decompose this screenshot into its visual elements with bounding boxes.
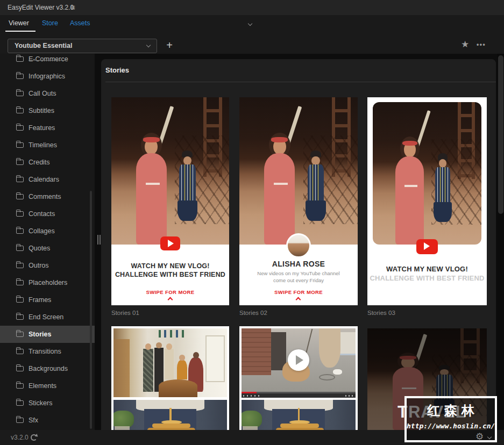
jar-shape [115, 426, 129, 430]
sidebar-item-comments[interactable]: Comments [0, 188, 95, 205]
sidebar-item-calendars[interactable]: Calendars [0, 171, 95, 188]
youtube-play-icon[interactable] [160, 236, 180, 250]
sidebar-item-collages[interactable]: Collages [0, 223, 95, 240]
skirt-shape [178, 200, 197, 221]
preset-select[interactable]: Youtube Essential [8, 39, 157, 53]
gear-icon[interactable]: ⚙ [475, 431, 484, 442]
belt-shape [402, 387, 416, 389]
sidebar-item-stickers[interactable]: Stickers [0, 394, 95, 412]
sidebar-scrollbar[interactable] [90, 191, 92, 429]
brick-wall-shape [242, 328, 271, 375]
template-card-stories-04[interactable] [111, 326, 229, 430]
story-author-name: ALISHA ROSE [239, 260, 358, 268]
sidebar-item-contacts[interactable]: Contacts [0, 205, 95, 223]
sidebar-item-backgrounds[interactable]: Backgrounds [0, 360, 95, 377]
section-title: Stories [105, 66, 129, 74]
panel-resize-handle[interactable] [97, 235, 98, 245]
pink-dress-shape [136, 153, 167, 245]
swipe-for-more-label: SWIPE FOR MORE [239, 289, 358, 295]
table-shape [159, 379, 197, 397]
folder-icon [16, 383, 24, 389]
sidebar-item-timelines[interactable]: Timelines [0, 137, 95, 154]
tab-store[interactable]: Store [42, 15, 58, 31]
add-preset-button[interactable]: + [163, 38, 176, 53]
sidebar-item-features[interactable]: Features [0, 119, 95, 137]
headband-shape [271, 137, 288, 142]
video-player-bar[interactable] [242, 392, 356, 398]
person-shape [165, 349, 174, 379]
window-title: EasyEdit Viewer v3.2.0 [8, 0, 74, 15]
sidebar-item-elements[interactable]: Elements [0, 377, 95, 394]
more-options-icon[interactable]: ••• [477, 41, 486, 48]
sidebar-item-outros[interactable]: Outros [0, 257, 95, 274]
headband-shape [402, 141, 417, 146]
template-card-stories-01[interactable]: WATCH MY NEW VLOG! CHALLENGE WITH BEST F… [111, 97, 229, 305]
sidebar-item-sfx[interactable]: Sfx [0, 412, 95, 429]
main-scrollbar[interactable] [498, 55, 503, 214]
sidebar-item-subtitles[interactable]: Subtitles [0, 102, 95, 119]
folder-icon [16, 194, 24, 199]
title-bar: EasyEdit Viewer v3.2.0 ≡ [0, 0, 504, 15]
sidebar-item-frames[interactable]: Frames [0, 291, 95, 308]
tab-assets[interactable]: Assets [70, 15, 90, 31]
hoop-shape [319, 374, 335, 381]
tab-viewer[interactable]: Viewer [9, 15, 29, 31]
youtube-play-icon[interactable] [416, 239, 438, 254]
hamburger-menu-icon[interactable]: ≡ [70, 3, 75, 12]
sidebar-item-transitions[interactable]: Transitions [0, 343, 95, 360]
second-face-shape [311, 156, 320, 165]
card-label: Stories 03 [367, 310, 395, 316]
headband-shape [400, 356, 416, 360]
folder-icon [16, 160, 24, 165]
story-photo [239, 97, 358, 245]
sidebar-item-infographics[interactable]: Infographics [0, 68, 95, 85]
card-label: Stories 02 [239, 310, 267, 316]
skirt-shape [306, 200, 325, 221]
sidebar-item-call-outs[interactable]: Call Outs [0, 85, 95, 102]
story-title: WATCH MY NEW VLOG! CHALLENGE WITH BEST F… [367, 265, 487, 283]
striped-shirt-shape [308, 164, 324, 203]
category-list: E-Commerce Infographics Call Outs Subtit… [0, 54, 95, 429]
player-controls-left [243, 395, 261, 397]
category-sidebar: E-Commerce Infographics Call Outs Subtit… [0, 54, 95, 430]
avatar [286, 233, 311, 258]
story-photo [242, 328, 356, 392]
walker-skirt-shape [319, 328, 340, 368]
template-card-stories-05[interactable] [239, 326, 358, 430]
favorite-star-icon[interactable]: ★ [461, 39, 469, 50]
skirt-shape [434, 202, 452, 222]
play-circle-icon[interactable] [288, 349, 309, 371]
folder-icon [16, 125, 24, 131]
story-photo [113, 328, 227, 397]
sidebar-item-end-screen[interactable]: End Screen [0, 308, 95, 326]
preset-select-value: Youtube Essential [15, 39, 72, 53]
swipe-for-more-label: SWIPE FOR MORE [111, 289, 229, 295]
folder-icon [16, 418, 24, 423]
window-shape [205, 335, 225, 382]
head-shape [145, 343, 151, 350]
active-tab-underline [5, 31, 36, 32]
headband-shape [143, 137, 160, 142]
sidebar-item-quotes[interactable]: Quotes [0, 240, 95, 257]
stories-panel: Stories WATCH MY NEW VLOG! CHALLENGE WIT… [101, 59, 496, 430]
belt-shape [404, 185, 417, 187]
story-title: WATCH MY NEW VLOG! CHALLENGE WITH BEST F… [111, 262, 229, 279]
story-photo [373, 102, 481, 245]
video-progress-track [242, 392, 356, 393]
folder-icon [16, 91, 24, 96]
sidebar-item-credits[interactable]: Credits [0, 154, 95, 171]
refresh-icon[interactable] [31, 434, 37, 441]
sidebar-item-e-commerce[interactable]: E-Commerce [0, 54, 95, 68]
chevron-down-icon [146, 43, 151, 47]
player-controls-right [345, 395, 354, 397]
folder-icon [16, 366, 24, 371]
story-photo [111, 97, 229, 245]
folder-icon [16, 56, 24, 62]
template-card-stories-02[interactable]: ALISHA ROSE New videos on my YouTube cha… [239, 97, 358, 305]
person-shape [177, 360, 187, 379]
sidebar-item-stories[interactable]: Stories [0, 326, 95, 343]
chevron-up-icon [167, 297, 173, 303]
sidebar-item-placeholders[interactable]: Placeholders [0, 274, 95, 291]
watermark-url: http://www.hoslin.cn/ [407, 422, 495, 430]
template-card-stories-03[interactable]: WATCH MY NEW VLOG! CHALLENGE WITH BEST F… [367, 97, 487, 305]
